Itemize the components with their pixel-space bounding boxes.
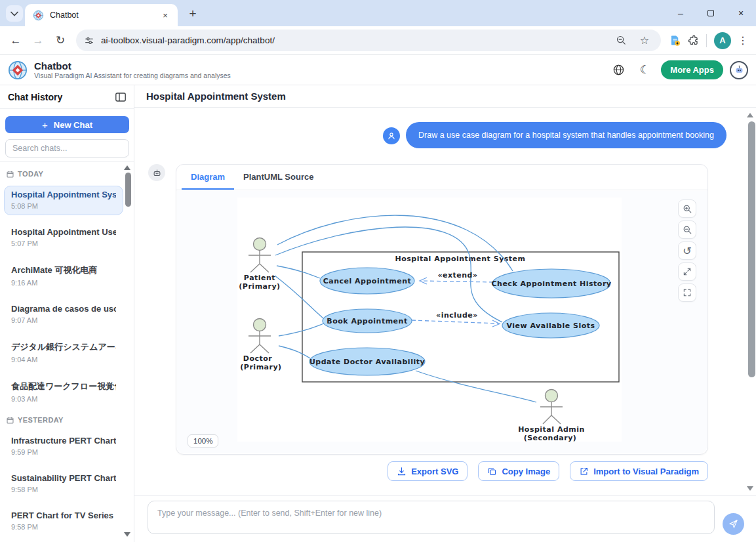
plus-icon: +	[42, 119, 48, 131]
composer-bar	[134, 495, 756, 542]
import-to-visual-paradigm-button[interactable]: Import to Visual Paradigm	[570, 461, 708, 481]
chat-history-list: TODAY Hospital Appointment System 5:08 P…	[0, 161, 134, 542]
diagram-zoom-controls: ↺	[678, 199, 696, 302]
app-subtitle: Visual Paradigm AI Assistant for creatin…	[34, 72, 231, 79]
chat-item[interactable]: ArchiMate 可视化电商 9:16 AM	[4, 261, 123, 292]
sidebar-scroll-down-arrow[interactable]	[124, 532, 130, 537]
address-bar[interactable]: ai-toolbox.visual-paradigm.com/app/chatb…	[76, 30, 661, 51]
user-message-row: Draw a use case diagram for a hospital s…	[383, 122, 726, 148]
usecase-book-appointment[interactable]: Book Appointment	[323, 309, 412, 333]
svg-text:Check Appointment History: Check Appointment History	[492, 280, 612, 288]
assistant-avatar-icon	[148, 164, 165, 181]
message-input[interactable]	[148, 501, 715, 534]
chat-item[interactable]: デジタル銀行システムアーキ... 9:04 AM	[4, 337, 123, 369]
actor-patient-name: Patient	[244, 274, 275, 282]
main-scroll-down-arrow[interactable]	[747, 486, 753, 491]
new-tab-button[interactable]: +	[184, 5, 201, 22]
language-globe-icon[interactable]	[608, 60, 628, 80]
diagram-canvas[interactable]: Hospital Appointment System	[237, 198, 622, 442]
tab-diagram[interactable]: Diagram	[182, 165, 234, 190]
window-minimize-button[interactable]: –	[666, 0, 696, 26]
actor-patient-role: (Primary)	[239, 282, 280, 291]
zoom-in-button[interactable]	[678, 199, 696, 218]
calendar-icon	[7, 171, 14, 178]
chat-item[interactable]: Sustainability PERT Chart 9:58 PM	[4, 469, 123, 499]
actor-patient[interactable]	[249, 238, 271, 273]
extensions-puzzle-icon[interactable]	[685, 32, 702, 49]
reset-zoom-button[interactable]: ↺	[678, 241, 696, 260]
usecase-view-available-slots[interactable]: View Available Slots	[502, 313, 599, 338]
browser-tab-strip: Chatbot × + – ×	[0, 0, 756, 26]
site-settings-icon[interactable]	[84, 35, 94, 46]
user-avatar-icon	[383, 127, 400, 144]
tab-plantuml-source[interactable]: PlantUML Source	[234, 165, 323, 190]
diagram-card: Diagram PlantUML Source Hospital Appoint…	[176, 164, 708, 455]
sidebar-scroll-up-arrow[interactable]	[124, 165, 130, 170]
copy-icon	[487, 467, 497, 476]
zoom-out-button[interactable]	[678, 220, 696, 239]
back-button[interactable]: ←	[5, 30, 26, 51]
dark-mode-moon-icon[interactable]: ☾	[635, 60, 654, 80]
window-close-button[interactable]: ×	[726, 0, 756, 26]
expand-button[interactable]	[678, 262, 696, 281]
fullscreen-button[interactable]	[678, 283, 696, 302]
svg-text:Cancel Appointment: Cancel Appointment	[323, 277, 412, 285]
chat-item[interactable]: Hospital Appointment Use C... 5:07 PM	[4, 223, 123, 253]
collapse-sidebar-icon[interactable]	[115, 93, 126, 102]
extension-doc-icon[interactable]	[666, 32, 683, 49]
tab-close-icon[interactable]: ×	[159, 9, 171, 21]
send-plane-icon	[728, 519, 738, 529]
maximize-icon	[707, 10, 714, 16]
browser-tab[interactable]: Chatbot ×	[25, 4, 178, 26]
new-chat-label: New Chat	[54, 120, 92, 130]
forward-button[interactable]: →	[28, 30, 49, 51]
usecase-check-appointment-history[interactable]: Check Appointment History	[492, 269, 612, 298]
reload-button[interactable]: ↻	[50, 30, 71, 51]
page-zoom-icon[interactable]	[612, 32, 629, 49]
export-svg-button[interactable]: Export SVG	[388, 461, 468, 481]
visual-paradigm-logo	[8, 60, 28, 80]
actor-hospital-admin[interactable]	[540, 390, 563, 425]
main-scroll-up-arrow[interactable]	[747, 113, 753, 117]
visual-paradigm-favicon	[33, 10, 44, 21]
chat-item[interactable]: Diagrama de casos de uso bi... 9:07 AM	[4, 300, 123, 329]
send-button[interactable]	[723, 513, 744, 535]
conversation-titlebar: Hospital Appointment System	[134, 85, 756, 108]
chatbot-avatar-icon[interactable]	[730, 61, 748, 79]
chat-item[interactable]: PERT Chart for TV Series 9:58 PM	[4, 507, 123, 536]
svg-text:View Available Slots: View Available Slots	[506, 322, 595, 330]
calendar-icon	[7, 417, 14, 424]
chat-item[interactable]: 食品配達ワークフロー視覚化 9:03 AM	[4, 377, 123, 408]
url-text[interactable]: ai-toolbox.visual-paradigm.com/app/chatb…	[101, 35, 275, 45]
conversation-title: Hospital Appointment System	[146, 91, 286, 102]
include-label: «include»	[436, 311, 478, 320]
toolbar-divider	[706, 34, 707, 47]
bookmark-star-icon[interactable]: ☆	[636, 32, 653, 49]
svg-text:Update Doctor Availability: Update Doctor Availability	[309, 358, 425, 366]
tab-search-button[interactable]	[6, 5, 23, 22]
profile-avatar[interactable]: A	[714, 32, 731, 49]
sidebar-scrollbar-thumb[interactable]	[125, 173, 131, 207]
actor-doctor[interactable]	[249, 319, 271, 354]
tab-title: Chatbot	[50, 10, 153, 20]
new-chat-button[interactable]: + New Chat	[5, 116, 129, 133]
app-title: Chatbot	[34, 60, 231, 72]
chat-item[interactable]: Hospital Appointment System 5:08 PM	[4, 186, 123, 215]
diagram-card-tabs: Diagram PlantUML Source	[176, 165, 707, 190]
search-chats-input[interactable]	[5, 139, 129, 157]
copy-image-button[interactable]: Copy Image	[478, 461, 559, 481]
more-apps-button[interactable]: More Apps	[661, 60, 723, 79]
actor-admin-name: Hospital Admin	[518, 425, 585, 434]
chat-area: Draw a use case diagram for a hospital s…	[134, 108, 747, 495]
actor-admin-role: (Secondary)	[524, 434, 577, 442]
browser-menu-icon[interactable]: ⋮	[735, 34, 751, 47]
usecase-cancel-appointment[interactable]: Cancel Appointment	[320, 268, 414, 294]
main-content: Hospital Appointment System Draw a use c…	[134, 85, 756, 542]
usecase-update-doctor-availability[interactable]: Update Doctor Availability	[309, 348, 425, 375]
svg-text:Book Appointment: Book Appointment	[327, 317, 407, 325]
window-maximize-button[interactable]	[696, 0, 726, 26]
main-scrollbar-thumb[interactable]	[748, 121, 755, 377]
external-link-icon	[579, 467, 589, 476]
chat-item[interactable]: Infrastructure PERT Chart 9:59 PM	[4, 432, 123, 461]
sidebar-title: Chat History	[8, 92, 62, 102]
